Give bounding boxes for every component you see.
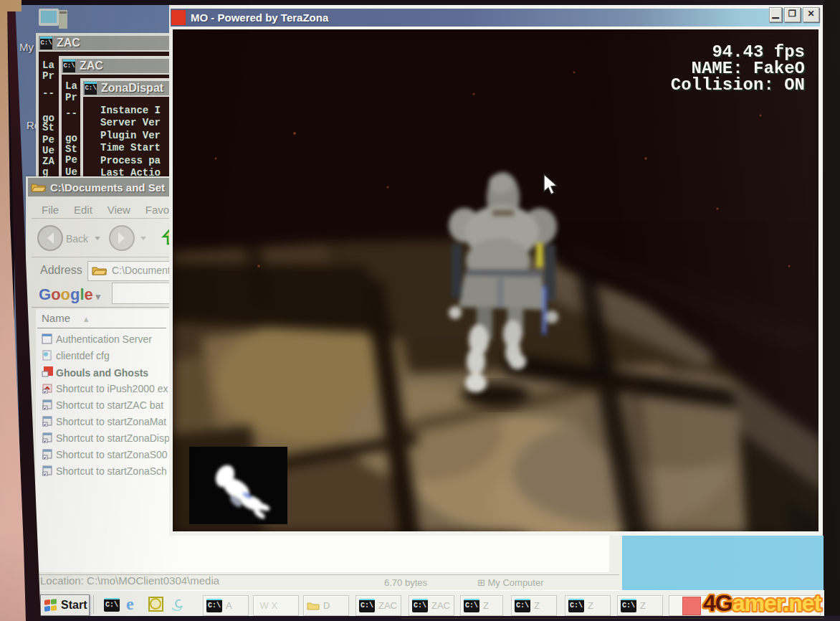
svg-text:Back: Back (66, 233, 89, 245)
svg-text:Collision: ON: Collision: ON (671, 75, 805, 95)
svg-text:4Gamer.net: 4Gamer.net (703, 590, 822, 616)
